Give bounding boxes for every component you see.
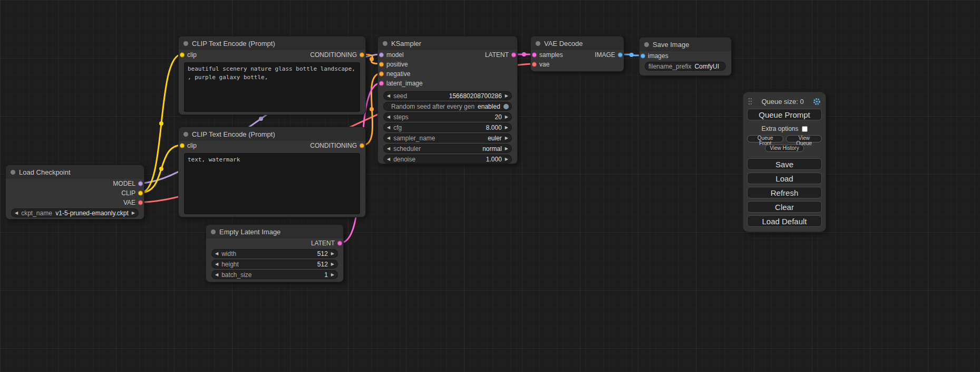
- input-label-samples: samples: [539, 51, 563, 59]
- increment-arrow-icon[interactable]: ▶: [505, 126, 508, 130]
- node-status-dot: [11, 170, 15, 175]
- queue-prompt-button[interactable]: Queue Prompt: [747, 109, 822, 120]
- view-history-button[interactable]: View History: [765, 145, 803, 152]
- widget-height[interactable]: ◀ height 512 ▶: [211, 260, 338, 269]
- input-slot-negative[interactable]: [379, 72, 384, 77]
- widget-value: 1.000: [486, 156, 502, 163]
- widget-name: cfg: [393, 124, 402, 131]
- node-clip-text-encode-negative[interactable]: CLIP Text Encode (Prompt) clip CONDITION…: [178, 127, 366, 217]
- output-label-latent: LATENT: [485, 51, 509, 59]
- input-slot-clip[interactable]: [180, 144, 185, 148]
- output-slot-model[interactable]: [138, 182, 143, 186]
- output-slot-clip[interactable]: [138, 191, 143, 196]
- decrement-arrow-icon[interactable]: ◀: [15, 211, 18, 215]
- output-slot-conditioning[interactable]: [360, 144, 364, 148]
- graph-canvas[interactable]: Load Checkpoint MODEL CLIP VAE ◀ ckpt_na…: [0, 0, 980, 372]
- node-title-bar[interactable]: KSampler: [378, 36, 517, 50]
- node-title-bar[interactable]: Empty Latent Image: [206, 225, 343, 239]
- negative-prompt-textarea[interactable]: text, watermark: [184, 153, 360, 214]
- output-slot-image[interactable]: [618, 53, 623, 58]
- increment-arrow-icon[interactable]: ▶: [331, 262, 334, 266]
- decrement-arrow-icon[interactable]: ◀: [387, 147, 390, 151]
- node-title-bar[interactable]: VAE Decode: [531, 36, 624, 50]
- increment-arrow-icon[interactable]: ▶: [331, 252, 334, 256]
- increment-arrow-icon[interactable]: ▶: [505, 136, 508, 140]
- input-slot-images[interactable]: [641, 54, 645, 59]
- node-title: Save Image: [653, 41, 689, 49]
- input-slot-samples[interactable]: [532, 53, 537, 58]
- toggle-knob[interactable]: [503, 104, 509, 109]
- node-title: Empty Latent Image: [219, 228, 280, 236]
- input-slot-positive[interactable]: [379, 62, 384, 67]
- load-button[interactable]: Load: [747, 173, 822, 184]
- clear-button[interactable]: Clear: [747, 201, 822, 213]
- node-save-image[interactable]: Save Image images filename_prefix ComfyU…: [639, 37, 732, 76]
- input-slot-clip[interactable]: [180, 53, 185, 58]
- widget-value: enabled: [478, 103, 500, 110]
- node-status-dot: [183, 41, 188, 46]
- widget-scheduler[interactable]: ◀ scheduler normal ▶: [383, 144, 512, 153]
- node-ksampler[interactable]: KSampler model LATENT positive negative …: [377, 36, 518, 164]
- increment-arrow-icon[interactable]: ▶: [505, 115, 508, 119]
- decrement-arrow-icon[interactable]: ◀: [387, 115, 390, 119]
- queue-buttons-row: Queue Front View Queue: [747, 135, 822, 142]
- refresh-button[interactable]: Refresh: [747, 187, 822, 198]
- decrement-arrow-icon[interactable]: ◀: [215, 262, 218, 266]
- widget-name: sampler_name: [393, 135, 435, 142]
- decrement-arrow-icon[interactable]: ◀: [215, 273, 218, 277]
- widget-seed[interactable]: ◀ seed 156680208700286 ▶: [383, 91, 512, 100]
- input-slot-vae[interactable]: [532, 62, 537, 67]
- node-clip-text-encode-positive[interactable]: CLIP Text Encode (Prompt) clip CONDITION…: [178, 36, 366, 115]
- node-title-bar[interactable]: CLIP Text Encode (Prompt): [179, 127, 365, 141]
- menu-drag-handle-icon[interactable]: [748, 98, 752, 105]
- output-slot-conditioning[interactable]: [360, 53, 364, 58]
- input-label-negative: negative: [386, 70, 410, 78]
- widget-control-after-generate[interactable]: Random seed after every gen enabled: [383, 102, 512, 111]
- widget-cfg[interactable]: ◀ cfg 8.000 ▶: [383, 123, 512, 132]
- queue-menu-panel: Queue size: 0 Queue Prompt Extra options…: [743, 92, 826, 232]
- widget-filename-prefix[interactable]: filename_prefix ComfyUI: [645, 62, 726, 71]
- node-load-checkpoint[interactable]: Load Checkpoint MODEL CLIP VAE ◀ ckpt_na…: [5, 165, 144, 220]
- positive-prompt-textarea[interactable]: beautiful scenery nature glass bottle la…: [184, 62, 360, 112]
- view-queue-button[interactable]: View Queue: [786, 135, 822, 142]
- increment-arrow-icon[interactable]: ▶: [505, 94, 508, 98]
- widget-steps[interactable]: ◀ steps 20 ▶: [383, 112, 512, 121]
- decrement-arrow-icon[interactable]: ◀: [387, 157, 390, 161]
- output-slot-latent[interactable]: [511, 53, 516, 58]
- widget-value: 512: [317, 250, 328, 257]
- increment-arrow-icon[interactable]: ▶: [132, 211, 135, 215]
- extra-options-checkbox[interactable]: [802, 126, 808, 132]
- node-title-bar[interactable]: Load Checkpoint: [6, 165, 144, 179]
- widget-width[interactable]: ◀ width 512 ▶: [211, 249, 338, 258]
- load-default-button[interactable]: Load Default: [747, 215, 822, 227]
- output-label-image: IMAGE: [595, 51, 615, 59]
- output-label-conditioning: CONDITIONING: [310, 51, 357, 59]
- queue-front-button[interactable]: Queue Front: [747, 135, 783, 142]
- input-slot-model[interactable]: [379, 53, 384, 58]
- input-label-clip: clip: [187, 51, 197, 59]
- output-slot-vae[interactable]: [138, 201, 143, 205]
- widget-ckpt-name[interactable]: ◀ ckpt_name v1-5-pruned-emaonly.ckpt ▶: [11, 208, 139, 217]
- node-vae-decode[interactable]: VAE Decode samples IMAGE vae: [530, 36, 624, 72]
- node-title-bar[interactable]: CLIP Text Encode (Prompt): [179, 36, 365, 50]
- widget-name: filename_prefix: [648, 63, 691, 70]
- output-label-conditioning: CONDITIONING: [310, 142, 357, 149]
- widget-denoise[interactable]: ◀ denoise 1.000 ▶: [383, 155, 512, 164]
- node-title-bar[interactable]: Save Image: [639, 37, 731, 51]
- slot-row: latent_image: [378, 79, 517, 88]
- input-slot-latent-image[interactable]: [379, 81, 384, 86]
- settings-gear-icon[interactable]: [813, 98, 821, 106]
- decrement-arrow-icon[interactable]: ◀: [387, 136, 390, 140]
- widget-batch-size[interactable]: ◀ batch_size 1 ▶: [211, 270, 338, 279]
- save-button[interactable]: Save: [747, 158, 822, 170]
- decrement-arrow-icon[interactable]: ◀: [215, 252, 218, 256]
- increment-arrow-icon[interactable]: ▶: [505, 147, 508, 151]
- widget-sampler-name[interactable]: ◀ sampler_name euler ▶: [383, 133, 512, 142]
- decrement-arrow-icon[interactable]: ◀: [387, 126, 390, 130]
- node-empty-latent-image[interactable]: Empty Latent Image LATENT ◀ width 512 ▶ …: [206, 224, 344, 282]
- increment-arrow-icon[interactable]: ▶: [505, 157, 508, 161]
- input-label-latent-image: latent_image: [386, 80, 423, 87]
- increment-arrow-icon[interactable]: ▶: [331, 273, 334, 277]
- output-slot-latent[interactable]: [337, 241, 342, 246]
- decrement-arrow-icon[interactable]: ◀: [387, 94, 390, 98]
